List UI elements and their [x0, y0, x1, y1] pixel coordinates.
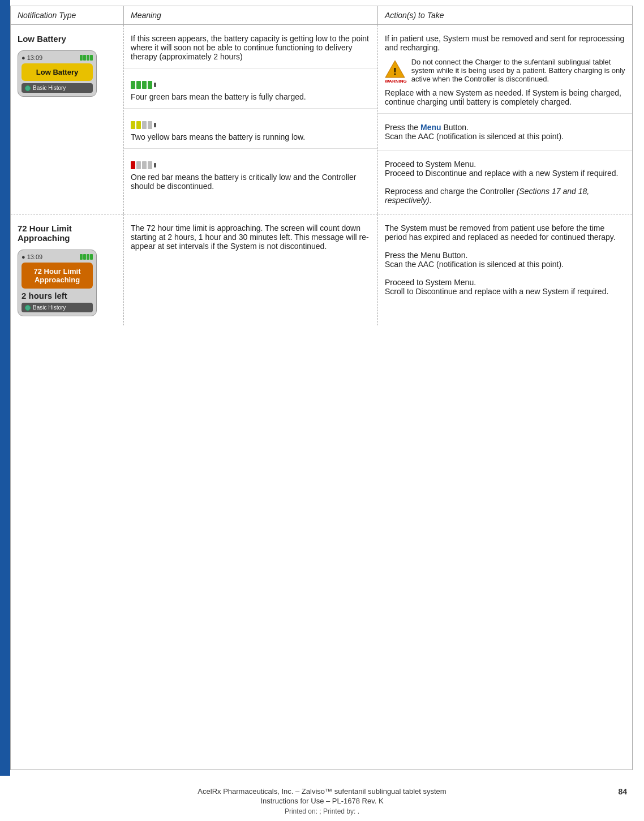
battery-low-text: Two yellow bars means the battery is run… — [131, 132, 371, 141]
warning-detail: Do not connect the Charger to the sufent… — [411, 58, 625, 83]
action-2-text: Press the Menu Button.Scan the AAC (noti… — [385, 123, 625, 141]
blue-strip — [0, 0, 10, 776]
action-1: If in patient use, System must be remove… — [378, 25, 632, 114]
low-battery-meaning: If this screen appears, the battery capa… — [124, 25, 378, 214]
72-hour-btn: 72 Hour Limit Approaching — [22, 263, 93, 289]
header-col3: Action(s) to Take — [378, 6, 632, 24]
b2 — [136, 81, 141, 89]
72-hour-title: 72 Hour Limit Approaching — [18, 223, 117, 243]
bar4 — [90, 55, 93, 61]
battery-full-section: Four green bars mean the battery is full… — [124, 68, 377, 109]
battery-full-icon — [80, 55, 93, 61]
hours-left-label: 2 hours left — [22, 291, 93, 300]
action-2: Press the Menu Button.Scan the AAC (noti… — [378, 114, 632, 151]
b2-1 — [80, 254, 83, 260]
72-action-3: Proceed to System Menu.Scroll to Discont… — [385, 278, 625, 296]
72-hour-meaning-text: The 72 hour time limit is approaching. T… — [131, 223, 371, 251]
table-container: Notification Type Meaning Action(s) to T… — [10, 6, 633, 770]
low-battery-device: ● 13:09 Low Battery Basic History — [18, 50, 97, 97]
warning-block: ! WARNING WARNING Do not connect the Cha… — [385, 58, 625, 84]
main-content: Notification Type Meaning Action(s) to T… — [0, 0, 644, 776]
page-number: 84 — [618, 787, 627, 796]
battery-icon-2 — [80, 254, 93, 260]
72-hour-type: 72 Hour Limit Approaching ● 13:09 — [11, 214, 124, 325]
battery-full-text: Four green bars mean the battery is full… — [131, 92, 371, 101]
device-top-bar: ● 13:09 — [22, 54, 93, 61]
action-3: Proceed to System Menu.Proceed to Discon… — [378, 151, 632, 214]
low-battery-row: Low Battery ● 13:09 Low Batt — [11, 25, 632, 214]
basic-history-2: Basic History — [33, 304, 66, 311]
battery-full-bars — [131, 81, 371, 89]
low-battery-meaning-text: If this screen appears, the battery capa… — [131, 34, 371, 61]
printed-on: Printed on: ; Printed by: . — [11, 807, 633, 815]
b2-2 — [83, 254, 86, 260]
menu-label: Menu — [420, 123, 441, 132]
battery-critical-section: One red bar means the battery is critica… — [124, 149, 377, 197]
action-3-text: Proceed to System Menu.Proceed to Discon… — [385, 160, 625, 205]
battery-low-bars — [131, 121, 371, 129]
header-col1: Notification Type — [11, 6, 124, 24]
battery-critical-text: One red bar means the battery is critica… — [131, 173, 371, 191]
device-time: ● 13:09 — [22, 54, 42, 61]
b3 — [142, 81, 147, 89]
r3 — [142, 161, 147, 169]
r2 — [136, 161, 141, 169]
circle-icon — [25, 85, 31, 91]
r4 — [148, 161, 152, 169]
72-action-1: The System must be removed from patient … — [385, 223, 625, 242]
table-header: Notification Type Meaning Action(s) to T… — [11, 6, 632, 25]
device-top-bar-2: ● 13:09 — [22, 253, 93, 260]
device-bottom-bar: Basic History — [22, 83, 93, 93]
bar2 — [83, 55, 86, 61]
72-hour-device: ● 13:09 72 Hour Limit Approaching 2 hour… — [18, 250, 97, 316]
page-wrapper: Notification Type Meaning Action(s) to T… — [0, 0, 644, 821]
header-col2: Meaning — [124, 6, 378, 24]
72-hour-row: 72 Hour Limit Approaching ● 13:09 — [11, 214, 632, 325]
action-1-main: If in patient use, System must be remove… — [385, 34, 625, 52]
device-bottom-bar-2: Basic History — [22, 303, 93, 312]
72-hour-meaning: The 72 hour time limit is approaching. T… — [124, 214, 378, 325]
battery-cap3 — [154, 163, 156, 167]
y1 — [131, 121, 135, 129]
warning-icon: ! WARNING WARNING — [385, 59, 407, 84]
b2-3 — [87, 254, 89, 260]
footer-line2: Instructions for Use – PL-1678 Rev. K — [11, 797, 633, 805]
circle-icon-2 — [25, 305, 31, 311]
y2 — [136, 121, 141, 129]
battery-crit-bars — [131, 161, 371, 169]
battery-low-section: Two yellow bars means the battery is run… — [124, 109, 377, 149]
svg-text:!: ! — [393, 67, 396, 76]
r1 — [131, 161, 135, 169]
y4 — [148, 121, 152, 129]
warning-text-label: WARNING — [385, 79, 407, 84]
footer-line1: AcelRx Pharmaceuticals, Inc. – Zalviso™ … — [11, 787, 633, 796]
low-battery-type: Low Battery ● 13:09 Low Batt — [11, 25, 124, 214]
footer: AcelRx Pharmaceuticals, Inc. – Zalviso™ … — [0, 776, 644, 821]
y3 — [142, 121, 147, 129]
low-battery-main-meaning: If this screen appears, the battery capa… — [124, 25, 377, 68]
action-1-extra: Replace with a new System as needed. If … — [385, 88, 625, 106]
battery-cap — [154, 83, 156, 87]
warning-triangle-svg: ! WARNING — [385, 59, 405, 79]
sections-italic: (Sections 17 and 18, respectively) — [385, 187, 589, 205]
battery-cap2 — [154, 123, 156, 127]
bar3 — [87, 55, 89, 61]
bar1 — [80, 55, 83, 61]
b2-4 — [90, 254, 93, 260]
low-battery-title: Low Battery — [18, 34, 117, 44]
basic-history-label: Basic History — [33, 85, 66, 91]
device-time-2: ● 13:09 — [22, 253, 42, 260]
72-action-2: Press the Menu Button.Scan the AAC (noti… — [385, 251, 625, 269]
b1 — [131, 81, 135, 89]
low-battery-btn: Low Battery — [22, 63, 93, 81]
low-battery-action: If in patient use, System must be remove… — [378, 25, 632, 214]
72-hour-action: The System must be removed from patient … — [378, 214, 632, 325]
b4 — [148, 81, 152, 89]
